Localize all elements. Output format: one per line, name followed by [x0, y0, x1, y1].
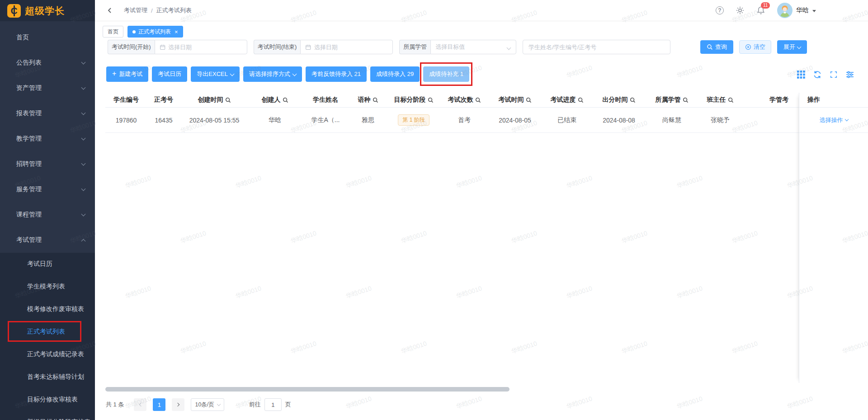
column-label: 学管考 — [769, 96, 788, 104]
sidebar-item-label: 课程管理 — [16, 211, 42, 219]
close-tab-icon[interactable]: × — [175, 29, 178, 35]
column-header: 正考号 — [147, 96, 180, 104]
action-column: 操作 选择操作 — [799, 93, 868, 383]
column-search-icon[interactable] — [475, 97, 481, 103]
sidebar-subitem[interactable]: 正式考试列表 — [0, 321, 95, 343]
toolbar-button-label: 新建考试 — [119, 70, 142, 78]
toolbar-button[interactable]: 请选择排序方式 — [243, 66, 302, 82]
column-label: 班主任 — [707, 96, 726, 104]
breadcrumb-section[interactable]: 考试管理 — [124, 6, 147, 14]
sidebar-subitem[interactable]: 目标分修改审核表 — [0, 388, 95, 411]
user-menu[interactable]: 华晗 — [777, 3, 816, 18]
date-end-input[interactable] — [300, 40, 393, 54]
keyword-field[interactable] — [528, 44, 665, 51]
action-column-header: 操作 — [799, 93, 868, 108]
expand-button-label: 展开 — [783, 43, 795, 51]
column-header: 创建时间 — [180, 96, 248, 104]
toolbar-button[interactable]: 考试日历 — [152, 66, 187, 82]
next-page-button[interactable] — [172, 398, 184, 411]
toolbar-button[interactable]: 考前反馈待录入 21 — [306, 66, 367, 82]
brand-logo-text: 超级学长 — [25, 5, 65, 17]
date-start-input[interactable] — [155, 40, 247, 54]
tab-home[interactable]: 首页 — [103, 26, 123, 38]
row-action-dropdown[interactable]: 选择操作 — [799, 108, 868, 133]
column-search-icon[interactable] — [728, 97, 734, 103]
column-search-icon[interactable] — [630, 97, 636, 103]
expand-button[interactable]: 展开 — [777, 40, 807, 54]
chevron-down-icon — [81, 212, 86, 216]
table-cell: 16435 — [147, 117, 180, 124]
filter-date-end: 考试时间(结束) — [254, 40, 393, 54]
sidebar-subitem[interactable]: 模考修改作废审核表 — [0, 298, 95, 321]
tab-exam-list[interactable]: 正式考试列表 × — [127, 26, 183, 38]
toolbar-button-label: 成绩待录入 29 — [376, 70, 414, 78]
sidebar-subitem[interactable]: 正式考试成绩记录表 — [0, 343, 95, 366]
sidebar-item[interactable]: 资产管理 — [0, 76, 95, 101]
sidebar-item-label: 考试管理 — [16, 236, 42, 244]
search-icon — [707, 44, 713, 50]
page-size-select[interactable]: 10条/页 — [191, 398, 224, 411]
settings-gear-icon[interactable] — [736, 6, 745, 15]
goto-page-input[interactable] — [264, 398, 282, 411]
sidebar-subitem[interactable]: 学生模考列表 — [0, 275, 95, 298]
toolbar-button[interactable]: 导出EXCEL — [191, 66, 240, 82]
notifications-bell-icon[interactable]: 11 — [756, 6, 765, 15]
sidebar-item[interactable]: 报表管理 — [0, 101, 95, 126]
column-search-icon[interactable] — [225, 97, 231, 103]
column-search-icon[interactable] — [526, 97, 532, 103]
chevron-down-icon — [81, 186, 86, 191]
back-button[interactable] — [106, 6, 114, 14]
calendar-icon — [160, 44, 165, 51]
column-label: 学生编号 — [113, 96, 139, 104]
column-settings-icon[interactable] — [845, 70, 854, 79]
sidebar-item[interactable]: 公告列表 — [0, 50, 95, 76]
grid-view-icon[interactable] — [797, 71, 805, 79]
column-search-icon[interactable] — [283, 97, 288, 103]
sidebar-item[interactable]: 首页 — [0, 25, 95, 50]
column-header: 创建人 — [248, 96, 302, 104]
plus-icon: + — [112, 70, 116, 78]
date-start-field[interactable] — [168, 44, 242, 51]
column-search-icon[interactable] — [373, 97, 378, 103]
fullscreen-icon[interactable] — [830, 71, 838, 79]
column-header: 考试进度 — [542, 96, 592, 104]
sidebar-item[interactable]: 招聘管理 — [0, 151, 95, 177]
toolbar-button[interactable]: +新建考试 — [106, 66, 148, 82]
date-end-field[interactable] — [314, 44, 388, 51]
manager-select[interactable]: 选择目标值 — [430, 40, 516, 54]
column-header: 出分时间 — [592, 96, 646, 104]
tab-label: 首页 — [108, 28, 118, 36]
sidebar-item-label: 教学管理 — [16, 135, 42, 143]
column-search-icon[interactable] — [683, 97, 689, 103]
toolbar-button[interactable]: 成绩待补充 1 — [423, 66, 469, 82]
sidebar-subitem-label: 考试日历 — [27, 260, 52, 268]
chevron-up-icon — [81, 239, 86, 243]
sidebar-item-label: 资产管理 — [16, 84, 42, 92]
sidebar-subitem[interactable]: 考试日历 — [0, 253, 95, 275]
keyword-search-input[interactable] — [523, 40, 670, 54]
horizontal-scrollbar[interactable] — [105, 387, 509, 392]
sidebar-item[interactable]: 教学管理 — [0, 126, 95, 151]
chevron-down-icon — [844, 118, 848, 121]
help-icon[interactable]: ? — [716, 6, 724, 14]
search-button[interactable]: 查询 — [700, 40, 733, 54]
column-search-icon[interactable] — [578, 97, 584, 103]
clear-button[interactable]: 清空 — [739, 40, 771, 54]
sidebar-subitem-label: 目标分修改审核表 — [27, 396, 78, 404]
toolbar-button[interactable]: 成绩待录入 29 — [370, 66, 420, 82]
sidebar-item[interactable]: 考试管理 — [0, 227, 95, 253]
annotated-button-wrap: 成绩待补充 1 — [423, 66, 469, 82]
chevron-down-icon — [217, 402, 221, 406]
sidebar-subitem[interactable]: 新增目标分阶段审核表 — [0, 411, 95, 420]
refresh-icon[interactable] — [813, 70, 822, 79]
column-search-icon[interactable] — [428, 97, 434, 103]
sidebar-item[interactable]: 服务管理 — [0, 177, 95, 202]
total-count: 共 1 条 — [106, 401, 124, 409]
page-number-button[interactable]: 1 — [153, 398, 165, 411]
sidebar-item[interactable]: 课程管理 — [0, 202, 95, 227]
clear-icon — [745, 44, 751, 50]
column-header: 语种 — [349, 96, 387, 104]
sidebar-subitem[interactable]: 首考未达标辅导计划 — [0, 366, 95, 388]
table-row[interactable]: 197860164352024-08-05 15:55华晗学生A（...雅思第 … — [105, 108, 868, 133]
prev-page-button[interactable] — [134, 398, 146, 411]
